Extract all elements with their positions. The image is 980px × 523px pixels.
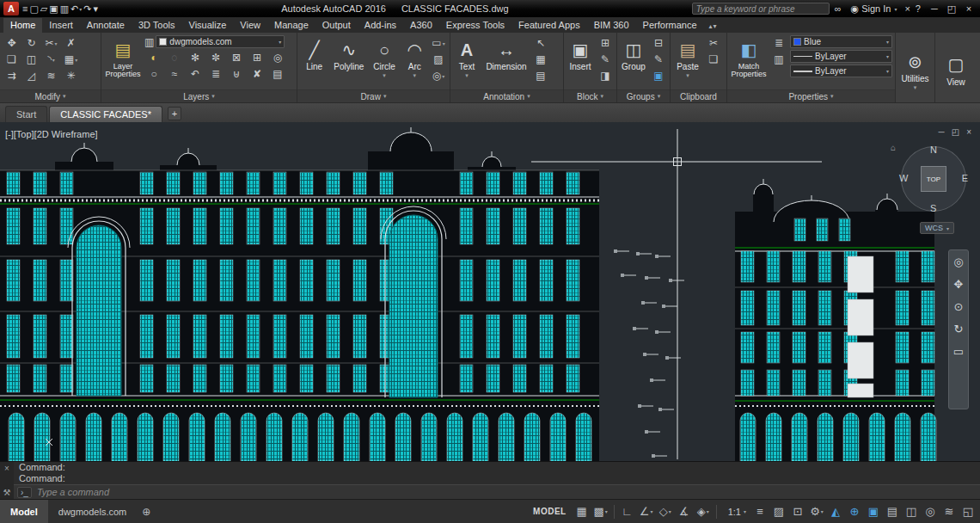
scale-icon[interactable]: ◿ — [22, 68, 40, 83]
layer-on-icon[interactable]: ◐ — [144, 50, 163, 65]
panel-label-layers[interactable]: Layers ▾ — [101, 89, 297, 102]
panel-label-clipboard[interactable]: Clipboard — [671, 89, 726, 102]
grid-display-icon[interactable]: ▦ — [573, 502, 591, 521]
new-icon[interactable]: ▢ — [29, 2, 38, 15]
cut-icon[interactable]: ✂ — [705, 35, 722, 51]
paste-button[interactable]: ▤ Paste ▾ — [673, 35, 702, 78]
ribbon-tab-home[interactable]: Home — [3, 18, 42, 33]
redo-icon[interactable]: ↷ — [83, 2, 91, 15]
transparency-icon[interactable]: ▨ — [770, 502, 787, 521]
annotation-monitor-icon[interactable]: ▣ — [865, 502, 882, 521]
hatch-icon[interactable]: ▨ — [430, 52, 447, 67]
linetype-dropdown[interactable]: ByLayer ▾ — [790, 50, 892, 63]
graphics-performance-icon[interactable]: ≋ — [940, 502, 958, 521]
ribbon-tab-manage[interactable]: Manage — [267, 18, 315, 33]
mirror-icon[interactable]: ◫ — [22, 52, 40, 67]
model-space-label[interactable]: MODEL — [533, 507, 567, 516]
ribbon-tab-bim-360[interactable]: BIM 360 — [587, 18, 636, 33]
object-color-dropdown[interactable]: Blue ▾ — [790, 35, 892, 48]
group-button[interactable]: ◫ Group — [620, 35, 647, 72]
selection-cycling-icon[interactable]: ⊡ — [789, 502, 806, 521]
save-icon[interactable]: ▣ — [49, 2, 58, 15]
layout-tab-model[interactable]: Model — [0, 500, 48, 523]
group-selection-icon[interactable]: ▣ — [650, 68, 667, 83]
group-edit-icon[interactable]: ✎ — [650, 52, 667, 67]
layer-unlock-icon[interactable]: ⊞ — [248, 50, 266, 65]
copy-clip-icon[interactable]: ❏ — [705, 52, 722, 67]
ribbon-tab-add-ins[interactable]: Add-ins — [358, 18, 403, 33]
navigation-wheel-icon[interactable]: ◎ — [953, 254, 963, 269]
layer-unisolate-icon[interactable]: ○ — [144, 66, 163, 82]
lineweight-icon[interactable]: ≡ — [751, 502, 769, 521]
ribbon-tab-express-tools[interactable]: Express Tools — [439, 18, 511, 33]
viewcube-north[interactable]: N — [930, 145, 937, 155]
restore-button[interactable]: ◰ — [946, 3, 958, 15]
sign-in-button[interactable]: ◉ Sign In ▾ — [851, 3, 897, 15]
ungroup-icon[interactable]: ⊟ — [650, 35, 667, 51]
layer-match-icon[interactable]: ≈ — [165, 66, 184, 82]
table-icon[interactable]: ▦ — [532, 52, 549, 67]
block-editor-icon[interactable]: ✎ — [597, 52, 614, 67]
isolate-objects-icon[interactable]: ◎ — [922, 502, 939, 521]
manage-attributes-icon[interactable]: ◨ — [597, 68, 614, 83]
ribbon-minimize-button[interactable]: ▴ ▾ — [709, 22, 717, 33]
viewport-minimize-button[interactable]: ─ — [939, 127, 945, 137]
panel-label-draw[interactable]: Draw ▾ — [297, 89, 450, 102]
file-tab-start[interactable]: Start — [5, 106, 47, 122]
ribbon-tab-view[interactable]: View — [233, 18, 267, 33]
viewcube-home-icon[interactable]: ⌂ — [891, 143, 896, 152]
qat-dropdown-icon[interactable]: ▾ — [94, 2, 99, 15]
drawing-canvas[interactable] — [0, 122, 980, 461]
viewport-close-button[interactable]: × — [966, 127, 971, 137]
minimize-button[interactable]: ─ — [928, 3, 940, 15]
isometric-drafting-icon[interactable]: ◇▾ — [657, 502, 674, 521]
layer-freeze-icon[interactable]: ✻ — [186, 50, 205, 65]
layer-off-icon[interactable]: ◌ — [165, 50, 184, 65]
erase-icon[interactable]: ✗ — [62, 35, 80, 51]
ribbon-tab-output[interactable]: Output — [315, 18, 358, 33]
viewcube-top-face[interactable]: TOP — [921, 166, 946, 192]
create-block-icon[interactable]: ⊞ — [597, 35, 614, 51]
layer-filter-icon[interactable]: ▥ — [144, 37, 154, 47]
snap-mode-icon[interactable]: ▩▾ — [592, 502, 609, 521]
panel-label-annotation[interactable]: Annotation ▾ — [450, 89, 563, 102]
close-button[interactable]: × — [963, 3, 975, 15]
layer-dropdown[interactable]: dwgmodels.com ▾ — [156, 35, 285, 48]
help-icon[interactable]: ? — [913, 3, 923, 14]
polar-tracking-icon[interactable]: ∠▾ — [638, 502, 655, 521]
match-properties-button[interactable]: ◧ Match Properties — [730, 35, 768, 79]
arc-button[interactable]: ◠ Arc ▾ — [402, 35, 427, 78]
plot-icon[interactable]: ▥ — [60, 2, 69, 15]
object-snap-tracking-icon[interactable]: ∡ — [676, 502, 693, 521]
search-icon[interactable]: ∞ — [832, 3, 844, 14]
ribbon-tab-visualize[interactable]: Visualize — [182, 18, 234, 33]
object-snap-icon[interactable]: ◈▾ — [695, 502, 712, 521]
open-icon[interactable]: ▱ — [40, 2, 47, 15]
panel-label-groups[interactable]: Groups ▾ — [617, 89, 670, 102]
viewcube-south[interactable]: S — [930, 203, 936, 213]
annotation-scale-button[interactable]: 1:1 ▾ — [723, 507, 751, 517]
lock-ui-icon[interactable]: ◫ — [903, 502, 920, 521]
file-tab-classic-facades[interactable]: CLASSIC FACADES* — [49, 106, 162, 122]
viewcube[interactable]: ⌂ N W E S TOP — [901, 146, 966, 212]
panel-label-properties[interactable]: Properties ▾ — [727, 89, 895, 102]
undo-icon[interactable]: ↶▾ — [70, 2, 82, 15]
zoom-icon[interactable]: ⊙ — [954, 298, 964, 314]
command-close-icon[interactable]: × — [4, 464, 9, 473]
pan-icon[interactable]: ✥ — [954, 276, 964, 292]
autodesk-exchange-icon[interactable]: × — [902, 3, 912, 14]
explode-icon[interactable]: ✳ — [62, 68, 80, 83]
ribbon-tab-a360[interactable]: A360 — [403, 18, 439, 33]
ribbon-tab-annotate[interactable]: Annotate — [80, 18, 132, 33]
layer-delete-icon[interactable]: ✘ — [248, 66, 266, 82]
search-input[interactable] — [692, 3, 830, 15]
layer-walk-icon[interactable]: ≣ — [206, 66, 225, 82]
trim-icon[interactable]: ✂▾ — [42, 35, 60, 51]
dimension-button[interactable]: ↔ Dimension — [483, 35, 530, 72]
insert-button[interactable]: ▣ Insert — [567, 35, 594, 72]
layer-isolate-icon[interactable]: ◎ — [268, 50, 287, 65]
showmotion-icon[interactable]: ▭ — [953, 343, 964, 359]
fillet-icon[interactable]: ◝▾ — [42, 52, 60, 67]
text-style-icon[interactable]: ▤ — [532, 68, 549, 83]
polyline-button[interactable]: ∿ Polyline — [331, 35, 366, 72]
